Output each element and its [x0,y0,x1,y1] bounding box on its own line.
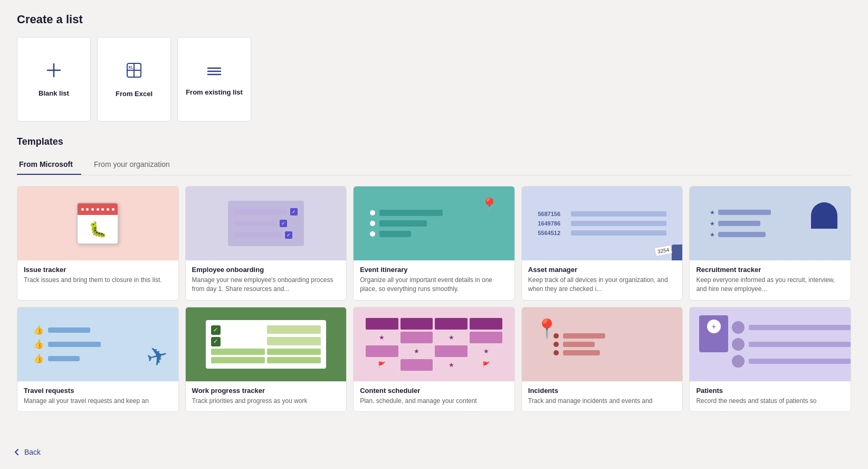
template-desc-travel: Manage all your travel requests and keep… [24,397,172,406]
template-card-employee-onboarding[interactable]: ✓ ✓ ✓ Employee onboarding Manage your ne… [185,186,347,301]
blank-list-card[interactable]: Blank list [17,37,91,121]
asset-num-2: 1649786 [538,220,567,227]
asset-num-1: 5687156 [538,211,567,217]
template-info-work: Work progress tracker Track priorities a… [186,381,347,412]
content-grid-visual: ★ ★ ★ ★ 🚩 ★ 🚩 [366,318,502,371]
recruit-avatar [811,202,837,229]
tab-from-microsoft[interactable]: From Microsoft [17,156,81,175]
template-name-incidents: Incidents [528,387,676,395]
map-pin-icon: 📍 [480,197,499,214]
template-name-employee: Employee onboarding [192,266,340,274]
template-thumb-work: ✓ ✓ [186,307,347,381]
asset-tag-label: 3254 [654,245,673,256]
event-visual [370,210,499,237]
template-card-work-progress[interactable]: ✓ ✓ Work progress tracker Track prioriti… [185,307,347,412]
template-card-patients[interactable]: + Patients Record the needs [689,307,851,412]
chevron-left-icon [13,448,21,456]
template-thumb-patients: + [690,307,851,381]
back-label: Back [24,448,41,456]
incidents-visual [554,333,682,355]
template-card-asset-manager[interactable]: 5687156 1649786 5564512 3254 Asset manag… [521,186,683,301]
template-info-event: Event itinerary Organize all your import… [354,260,514,300]
template-name-issue: Issue tracker [24,266,172,274]
from-excel-label: From Excel [116,90,152,98]
svg-text:XL: XL [128,65,133,69]
template-card-issue-tracker[interactable]: 🐛 Issue tracker Track issues and bring t… [17,186,179,301]
template-desc-work: Track priorities and progress as you wor… [192,397,340,406]
template-card-travel-requests[interactable]: 👍 👍 👍 ✈ Travel requests Manage all your … [17,307,179,412]
template-desc-content: Plan, schedule, and manage your content [360,397,508,406]
template-thumb-issue: 🐛 [17,186,178,260]
template-card-incidents[interactable]: 📍 Incidents Track and manage incidents a… [521,307,683,412]
blank-list-label: Blank list [39,89,69,97]
back-button[interactable]: Back [13,448,41,456]
plus-icon [45,62,62,83]
template-desc-recruit: Keep everyone informed as you recruit, i… [696,276,844,294]
device-visual [672,245,682,260]
template-card-event-itinerary[interactable]: 📍 Event itinerary Organize all your impo… [353,186,515,301]
template-thumb-incidents: 📍 [522,307,683,381]
calendar-visual: 🐛 [77,202,119,245]
template-name-work: Work progress tracker [192,387,340,395]
template-thumb-asset: 5687156 1649786 5564512 3254 [522,186,683,260]
template-name-recruit: Recruitment tracker [696,266,844,274]
template-name-patients: Patients [696,387,844,395]
patients-visual [732,321,851,368]
bug-icon: 🐛 [89,221,107,238]
template-name-asset: Asset manager [528,266,676,274]
from-excel-card[interactable]: XL From Excel [97,37,171,121]
work-visual: ✓ ✓ [206,320,326,369]
templates-grid-row1: 🐛 Issue tracker Track issues and bring t… [17,186,851,301]
template-info-asset: Asset manager Keep track of all devices … [522,260,683,300]
template-thumb-travel: 👍 👍 👍 ✈ [17,307,178,381]
template-desc-employee: Manage your new employee's onboarding pr… [192,276,340,294]
template-name-event: Event itinerary [360,266,508,274]
template-name-content: Content scheduler [360,387,508,395]
template-info-content: Content scheduler Plan, schedule, and ma… [354,381,514,412]
template-info-incidents: Incidents Track and manage incidents and… [522,381,683,412]
from-existing-label: From existing list [186,88,243,96]
template-thumb-event: 📍 [354,186,514,260]
template-thumb-content: ★ ★ ★ ★ 🚩 ★ 🚩 [354,307,514,381]
template-thumb-recruit: ★ ★ ★ [690,186,851,260]
template-card-recruitment-tracker[interactable]: ★ ★ ★ Recruitment tracker Keep everyone … [689,186,851,301]
excel-icon: XL [125,61,143,83]
template-thumb-employee: ✓ ✓ ✓ [186,186,347,260]
plane-icon: ✈ [143,339,171,372]
template-info-patients: Patients Record the needs and status of … [690,381,851,412]
page-title: Create a list [17,13,851,26]
templates-grid-row2: 👍 👍 👍 ✈ Travel requests Manage all your … [17,307,851,412]
from-existing-list-card[interactable]: From existing list [177,37,251,121]
template-desc-issue: Track issues and bring them to closure i… [24,276,172,285]
template-desc-asset: Keep track of all devices in your organi… [528,276,676,294]
template-desc-incidents: Track and manage incidents and events an… [528,397,676,406]
template-card-content-scheduler[interactable]: ★ ★ ★ ★ 🚩 ★ 🚩 Content scheduler Plan, sc… [353,307,515,412]
template-info-recruit: Recruitment tracker Keep everyone inform… [690,260,851,300]
templates-section-title: Templates [17,136,851,147]
templates-tabs: From Microsoft From your organization [17,156,851,175]
list-icon [206,62,223,82]
template-info-travel: Travel requests Manage all your travel r… [17,381,178,412]
template-info-employee: Employee onboarding Manage your new empl… [186,260,347,300]
template-info-issue: Issue tracker Track issues and bring the… [17,260,178,291]
template-name-travel: Travel requests [24,387,172,395]
template-desc-event: Organize all your important event detail… [360,276,508,294]
clipboard-visual: ✓ ✓ ✓ [228,201,304,246]
asset-visual: 5687156 1649786 5564512 [538,211,666,236]
location-pin-icon: 📍 [535,318,559,340]
template-desc-patients: Record the needs and status of patients … [696,397,844,406]
create-options-row: Blank list XL From Excel From existing l… [17,37,851,121]
asset-num-3: 5564512 [538,230,567,236]
tab-from-organization[interactable]: From your organization [92,156,178,175]
